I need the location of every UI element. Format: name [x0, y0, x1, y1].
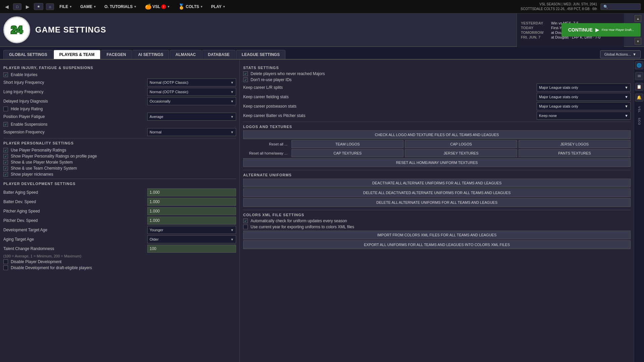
divider-1: [3, 138, 236, 138]
pitcher-aging-input[interactable]: [147, 207, 236, 215]
continue-button[interactable]: CONTINUE ▶ First-Year Player Draft...: [561, 23, 641, 37]
dont-reuse-ids-checkbox[interactable]: ✓: [243, 77, 248, 82]
batter-dev-row: Batter Dev. Speed: [3, 198, 236, 206]
enable-suspensions-checkbox[interactable]: ✓: [3, 122, 8, 127]
header-scroll-up[interactable]: ▲: [635, 15, 641, 22]
enable-injuries-checkbox[interactable]: ✓: [3, 72, 8, 77]
main-content: PLAYER INJURY, FATIGUE & SUSPENSIONS ✓ E…: [0, 60, 644, 362]
batter-aging-row: Batter Aging Speed: [3, 188, 236, 196]
dev-target-age-dropdown[interactable]: Younger ▼: [147, 226, 236, 234]
aging-target-label: Aging Target Age: [3, 237, 147, 242]
dont-reuse-ids-row: ✓ Don't re-use player IDs: [243, 77, 631, 82]
long-injury-freq-dropdown[interactable]: Normal (OOTP Classic) ▼: [147, 88, 236, 96]
menu-tutorials[interactable]: O. TUTORIALS ▼: [102, 3, 139, 10]
batter-aging-input[interactable]: [147, 188, 236, 196]
aging-target-dropdown[interactable]: Older ▼: [147, 235, 236, 243]
cap-textures-button[interactable]: CAP TEXTURES: [291, 149, 404, 157]
talent-change-input[interactable]: [147, 245, 236, 253]
header-scroll-down[interactable]: ▼: [635, 38, 641, 45]
chevron-down-icon: ▼: [200, 5, 203, 8]
tab-league-settings[interactable]: LEAGUE SETTINGS: [236, 50, 285, 59]
tab-global-settings[interactable]: GLOBAL SETTINGS: [3, 50, 53, 59]
keep-fielding-label: Keep career fielding stats: [243, 95, 537, 99]
keep-postseason-dropdown[interactable]: Major League stats only ▼: [537, 102, 631, 110]
sco-sidebar-label[interactable]: SCO: [638, 118, 641, 125]
global-actions-button[interactable]: Global Actions... ▼: [600, 50, 641, 58]
position-fatigue-dropdown[interactable]: Average ▼: [147, 113, 236, 121]
use-personality-checkbox[interactable]: ✓: [3, 148, 8, 153]
menu-game[interactable]: GAME ▼: [77, 3, 99, 10]
tab-facegen[interactable]: FACEGEN: [101, 50, 132, 59]
keep-bvp-row: Keep career Batter vs Pitcher stats Keep…: [243, 112, 631, 120]
auto-check-colors-checkbox[interactable]: ✓: [243, 219, 248, 223]
delayed-injury-label: Delayed Injury Diagnosis: [3, 99, 147, 104]
keep-bvp-label: Keep career Batter vs Pitcher stats: [243, 113, 537, 118]
delete-all-alt-button[interactable]: DELETE ALL ALTERNATE UNIFORMS FOR ALL TE…: [243, 198, 631, 207]
tab-players-team[interactable]: PLAYERS & TEAM: [54, 50, 100, 59]
vsl-sidebar-label[interactable]: VSL: [638, 106, 641, 113]
keep-postseason-label: Keep career postseason stats: [243, 104, 537, 109]
nav-home[interactable]: ⌂: [46, 3, 54, 10]
position-fatigue-row: Position Player Fatigue Average ▼: [3, 113, 236, 121]
menu-play[interactable]: PLAY ▼: [209, 3, 228, 10]
tab-almanac[interactable]: ALMANAC: [170, 50, 202, 59]
forward-button[interactable]: ▶: [24, 3, 31, 10]
menu-vsl[interactable]: 🍊 VSL ! ▼: [142, 2, 173, 11]
delayed-injury-dropdown[interactable]: Occasionally ▼: [147, 97, 236, 105]
disable-draft-checkbox[interactable]: [3, 265, 8, 270]
show-morale-checkbox[interactable]: ✓: [3, 160, 8, 165]
dont-reuse-ids-label: Don't re-use player IDs: [251, 77, 291, 82]
pitcher-dev-input[interactable]: [147, 217, 236, 225]
chevron-down-icon: ▼: [625, 114, 628, 118]
keep-fielding-dropdown[interactable]: Major League stats only ▼: [537, 93, 631, 101]
chevron-down-icon: ▼: [134, 5, 137, 8]
keep-bvp-dropdown[interactable]: Keep none ▼: [537, 112, 631, 120]
nav-square[interactable]: □: [13, 3, 21, 10]
export-colors-button[interactable]: EXPORT ALL UNIFORMS FOR ALL TEAMS AND LE…: [243, 240, 631, 249]
batter-dev-input[interactable]: [147, 198, 236, 206]
cap-logos-button[interactable]: CAP LOGOS: [405, 140, 517, 148]
hide-injury-checkbox[interactable]: [3, 107, 8, 111]
auto-check-colors-row: ✓ Automatically check for uniform update…: [243, 219, 631, 223]
nav-star[interactable]: ★: [34, 3, 43, 10]
globe-icon[interactable]: 🌐: [635, 61, 643, 69]
mail-icon[interactable]: ✉: [635, 72, 643, 80]
use-current-year-checkbox[interactable]: [243, 225, 248, 229]
disable-dev-label: Disable Player Development: [11, 259, 61, 264]
team-logos-button[interactable]: TEAM LOGOS: [291, 140, 404, 148]
keep-lr-splits-dropdown[interactable]: Major League stats only ▼: [537, 83, 631, 92]
menu-colts[interactable]: 🏅 COLTS ▼: [175, 2, 206, 11]
chevron-down-icon: ▼: [167, 5, 170, 8]
back-button[interactable]: ◀: [3, 3, 10, 10]
keep-fielding-row: Keep career fielding stats Major League …: [243, 93, 631, 101]
personality-section-header: PLAYER PERSONALITY SETTINGS: [3, 141, 236, 146]
pants-textures-button[interactable]: PANTS TEXTURES: [519, 149, 631, 157]
menu-file[interactable]: FILE ▼: [57, 3, 75, 10]
show-nicknames-checkbox[interactable]: ✓: [3, 172, 8, 177]
disable-dev-checkbox[interactable]: [3, 259, 8, 264]
show-morale-label: Show & use Player Morale System: [11, 160, 73, 165]
use-current-year-row: Use current year for exporting uniforms …: [243, 225, 631, 229]
jersey-logos-button[interactable]: JERSEY LOGOS: [519, 140, 631, 148]
suspension-freq-dropdown[interactable]: Normal ▼: [147, 128, 236, 136]
import-colors-button[interactable]: IMPORT FROM COLORS XML FILES FOR ALL TEA…: [243, 231, 631, 239]
reset-uniform-button[interactable]: RESET ALL HOME/AWAY UNIFORM TEXTURES: [243, 158, 631, 167]
chevron-down-icon: ▼: [230, 100, 234, 103]
clipboard-icon[interactable]: 📋: [635, 83, 643, 91]
check-all-button[interactable]: CHECK ALL LOGO AND TEXTURE FILES OF ALL …: [243, 130, 631, 139]
jersey-textures-button[interactable]: JERSEY TEXTURES: [405, 149, 517, 157]
tab-ai-settings[interactable]: AI SETTINGS: [132, 50, 169, 59]
show-chemistry-row: ✓ Show & use Team Chemistry System: [3, 166, 236, 171]
search-input[interactable]: [600, 3, 641, 10]
bell-icon[interactable]: 🔔: [635, 94, 643, 102]
colors-section-header: COLORS XML FILE SETTINGS: [243, 213, 631, 217]
deactivate-alt-button[interactable]: DEACTIVATE ALL ALTERNATE UNIFORMS FOR AL…: [243, 179, 631, 187]
show-chemistry-checkbox[interactable]: ✓: [3, 166, 8, 171]
show-personality-profile-checkbox[interactable]: ✓: [3, 154, 8, 159]
short-injury-freq-dropdown[interactable]: Normal (OOTP Classic) ▼: [147, 78, 236, 86]
chevron-down-icon: ▼: [230, 90, 234, 94]
delete-never-majors-checkbox[interactable]: ✓: [243, 71, 248, 76]
tab-database[interactable]: DATABASE: [202, 50, 235, 59]
delete-deactivated-button[interactable]: DELETE ALL DEACTIVATED ALTERNATE UNIFORM…: [243, 188, 631, 197]
reset-all-label: Reset all ...: [243, 140, 290, 148]
